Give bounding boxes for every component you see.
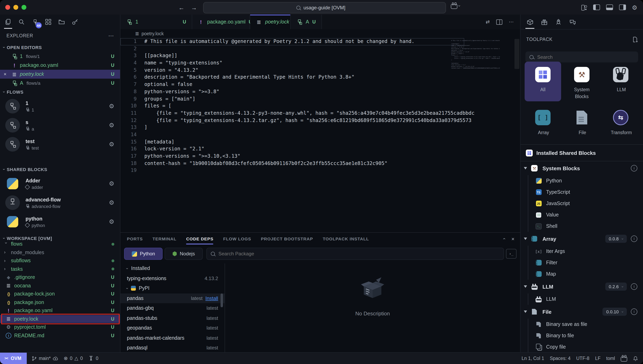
package-row[interactable]: pandasql latest [120, 343, 224, 353]
shared-block-card[interactable]: python python ⚙ [0, 213, 120, 231]
toolpack-tile[interactable]: Transform [602, 104, 639, 144]
python-runtime-button[interactable]: Python [124, 248, 163, 260]
block-tree-row[interactable]: Map [520, 268, 643, 280]
more-actions-icon[interactable]: ⋯ [108, 32, 114, 39]
editor-more-actions-icon[interactable]: ⋯ [509, 19, 514, 25]
command-center-search[interactable] [203, 2, 446, 14]
editor-scrollbar[interactable] [514, 39, 519, 69]
editor-tab[interactable]: package.oo.yaml U [192, 14, 250, 29]
explorer-activity-icon[interactable] [4, 18, 12, 26]
blocks-activity-icon[interactable] [44, 18, 52, 26]
package-list-scrollbar[interactable] [220, 294, 223, 307]
package-row[interactable]: pandas latest Install [120, 293, 224, 303]
git-branch-item[interactable]: main* [32, 356, 58, 361]
toggle-left-sidebar-icon[interactable] [593, 4, 600, 10]
shared-block-card[interactable]: Adder adder ⚙ [0, 175, 120, 192]
code-line[interactable]: 13 ] [120, 124, 464, 131]
info-icon[interactable]: i [631, 165, 637, 172]
chevron-down-icon[interactable] [524, 167, 527, 170]
version-dropdown[interactable]: 0.0.8 › [605, 235, 627, 243]
package-row[interactable]: › Installed [120, 264, 224, 274]
file-row[interactable]: › poetry.lock U [0, 315, 120, 323]
info-icon[interactable]: i [631, 283, 637, 290]
block-tree-row[interactable]: Shell [520, 220, 643, 232]
maximize-panel-icon[interactable]: › [502, 238, 506, 240]
file-row[interactable]: › pyproject.toml U [0, 323, 120, 331]
file-row[interactable]: › oocana U [0, 282, 120, 290]
close-editor-icon[interactable]: × [4, 71, 6, 77]
chevron-down-icon[interactable] [524, 238, 527, 240]
forward-button[interactable]: → [191, 4, 197, 11]
chevron-down-icon[interactable] [524, 310, 527, 313]
new-toolpack-icon[interactable] [632, 36, 638, 42]
code-line[interactable]: 4 name = "typing-extensions" [120, 60, 464, 67]
code-line[interactable]: 5 version = "4.13.2" [120, 67, 464, 74]
shared-blocks-header[interactable]: › SHARED BLOCKS [3, 165, 117, 174]
flows-activity-icon[interactable]: 44 [31, 18, 39, 26]
code-line[interactable]: 9 groups = ["main"] [120, 96, 464, 102]
block-tree-row[interactable]: Binary save as file [520, 318, 643, 330]
chevron-down-icon[interactable] [524, 285, 527, 288]
zoom-window-button[interactable] [22, 5, 26, 10]
code-line[interactable]: 16 lock-version = "2.1" [120, 146, 464, 153]
compare-changes-icon[interactable]: ⇄ [486, 19, 490, 25]
chat-tab-icon[interactable] [569, 18, 576, 26]
code-line[interactable]: 19 [120, 167, 464, 174]
open-editor-item[interactable]: × poetry.lock U [0, 70, 120, 79]
panel-tab[interactable]: FLOW LOGS [223, 236, 251, 241]
block-tree-row[interactable]: System Blocks i [520, 161, 643, 175]
breadcrumb[interactable]: ≣ poetry.lock [120, 29, 520, 38]
problems-item[interactable]: ⊗ 0 △ 0 [64, 356, 83, 361]
close-window-button[interactable] [5, 5, 10, 10]
assistant-bunny-icon[interactable] [451, 4, 457, 9]
panel-tab[interactable]: PORTS [127, 236, 143, 241]
info-icon[interactable]: i [631, 308, 637, 315]
block-tree-row[interactable]: TypeScript [520, 186, 643, 198]
flows-header[interactable]: › FLOWS [3, 88, 117, 96]
block-tree-row[interactable]: Value [520, 209, 643, 220]
file-row[interactable]: › node_modules [0, 248, 120, 256]
block-tree-row[interactable]: Copy file [520, 341, 643, 353]
file-row[interactable]: › flows [0, 240, 120, 248]
code-line[interactable]: 14 [120, 131, 464, 138]
panel-tab[interactable]: CODE DEPS [186, 236, 214, 241]
version-dropdown[interactable]: 0.0.10 › [603, 308, 627, 316]
block-tree-row[interactable]: Filter [520, 257, 643, 268]
flow-card[interactable]: s a ⚙ [0, 116, 120, 134]
chevron-down-icon[interactable]: › [457, 5, 462, 6]
block-tree-row[interactable]: Array 0.0.8 › i [520, 232, 643, 246]
package-search-input[interactable] [218, 250, 500, 257]
file-row[interactable]: › package-lock.json U [0, 290, 120, 298]
gear-icon[interactable]: ⚙ [109, 141, 114, 148]
info-icon[interactable]: i [631, 236, 637, 242]
code-line[interactable]: 1 # This file is automatically @generate… [120, 38, 464, 45]
back-button[interactable]: ← [178, 4, 184, 11]
package-row[interactable]: pandas-market-calendars latest [120, 333, 224, 343]
toolpack-tile[interactable]: All [524, 62, 561, 101]
close-panel-icon[interactable]: × [512, 236, 514, 242]
code-line[interactable]: 6 description = "Backported and Experime… [120, 74, 464, 81]
toolpack-tab-icon[interactable] [526, 18, 534, 26]
remote-indicator[interactable]: >< OVM [0, 353, 26, 364]
package-row[interactable]: pandas-stubs latest [120, 313, 224, 323]
block-tree-row[interactable]: LLM [520, 294, 643, 305]
gear-icon[interactable]: ⚙ [109, 218, 114, 225]
toolpack-search-input[interactable] [536, 54, 634, 60]
customize-layout-icon[interactable] [581, 5, 587, 10]
folder-activity-icon[interactable] [58, 18, 66, 26]
file-row[interactable]: › package.json U [0, 298, 120, 306]
toolpack-tile[interactable]: Array [524, 104, 561, 144]
code-line[interactable]: 12 {file = "typing_extensions-4.13.2.tar… [120, 117, 464, 124]
shared-block-card[interactable]: advanced-flow advanced-flow ⚙ [0, 194, 120, 212]
package-row[interactable]: pandas-gbq latest [120, 303, 224, 313]
file-row[interactable]: › README.md U [0, 331, 120, 340]
block-tree-row[interactable]: Python [520, 175, 643, 186]
key-activity-icon[interactable] [71, 18, 79, 26]
cursor-position[interactable]: Ln 1, Col 1 [522, 356, 544, 361]
code-line[interactable]: 8 python-versions = ">=3.8" [120, 88, 464, 96]
code-line[interactable]: 10 files = [ [120, 102, 464, 110]
split-editor-icon[interactable] [496, 19, 502, 24]
file-row[interactable]: › tasks [0, 265, 120, 273]
block-tree-row[interactable]: JavaScript [520, 198, 643, 209]
notifications-bell-icon[interactable] [633, 356, 638, 361]
